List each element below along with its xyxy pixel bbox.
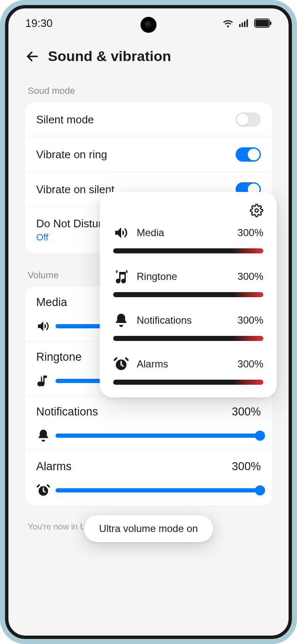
overlay-media-item: Media 300% bbox=[113, 225, 263, 253]
volume-alarms-percent: 300% bbox=[232, 460, 261, 473]
overlay-notifications-slider[interactable] bbox=[113, 336, 263, 341]
bell-icon bbox=[36, 428, 50, 443]
overlay-ringtone-item: Ringtone 300% bbox=[113, 269, 263, 297]
overlay-media-slider[interactable] bbox=[113, 248, 263, 253]
volume-notifications-row: Notifications 300% bbox=[25, 396, 272, 451]
overlay-ringtone-percent: 300% bbox=[238, 271, 263, 282]
section-label-sound-mode: Soud mode bbox=[28, 85, 269, 96]
dnd-label: Do Not Disturb bbox=[36, 217, 108, 230]
overlay-alarms-slider[interactable] bbox=[113, 380, 263, 385]
dnd-status: Off bbox=[36, 232, 108, 243]
overlay-notifications-item: Notifications 300% bbox=[113, 312, 263, 341]
vibrate-on-ring-row[interactable]: Vibrate on ring bbox=[25, 137, 272, 172]
silent-mode-row[interactable]: Silent mode bbox=[25, 102, 272, 137]
vibrate-on-ring-toggle[interactable] bbox=[236, 147, 261, 162]
overlay-media-percent: 300% bbox=[238, 227, 263, 239]
volume-alarms-row: Alarms 300% bbox=[25, 451, 272, 505]
volume-ringtone-label: Ringtone bbox=[36, 351, 82, 364]
speaker-icon bbox=[113, 225, 129, 241]
volume-alarms-slider[interactable] bbox=[56, 488, 261, 492]
overlay-notifications-label: Notifications bbox=[137, 314, 230, 326]
svg-rect-3 bbox=[247, 19, 248, 27]
volume-media-label: Media bbox=[36, 296, 67, 309]
volume-notifications-slider[interactable] bbox=[56, 434, 261, 438]
vibrate-on-ring-label: Vibrate on ring bbox=[36, 148, 107, 161]
volume-notifications-label: Notifications bbox=[36, 405, 98, 418]
svg-rect-2 bbox=[244, 21, 246, 27]
status-icons bbox=[222, 17, 272, 29]
svg-rect-5 bbox=[255, 20, 269, 27]
overlay-notifications-percent: 300% bbox=[238, 314, 263, 326]
camera-notch bbox=[141, 17, 156, 33]
svg-point-9 bbox=[255, 209, 258, 212]
page-title: Sound & vibration bbox=[48, 48, 171, 64]
signal-icon bbox=[238, 17, 250, 29]
svg-rect-0 bbox=[239, 24, 241, 27]
speaker-icon bbox=[36, 319, 50, 333]
overlay-alarms-item: Alarms 300% bbox=[113, 356, 263, 385]
silent-mode-toggle[interactable] bbox=[236, 112, 261, 127]
overlay-ringtone-slider[interactable] bbox=[113, 292, 263, 297]
overlay-alarms-label: Alarms bbox=[137, 358, 230, 370]
overlay-alarms-percent: 300% bbox=[238, 358, 263, 370]
toast: Ultra volume mode on bbox=[84, 515, 213, 542]
svg-rect-6 bbox=[270, 21, 271, 25]
wifi-icon bbox=[222, 17, 234, 29]
page-header: Sound & vibration bbox=[8, 38, 289, 85]
vibrate-on-silent-label: Vibrate on silent bbox=[36, 183, 114, 196]
svg-rect-1 bbox=[241, 23, 243, 27]
music-note-icon bbox=[36, 374, 50, 388]
gear-icon[interactable] bbox=[250, 204, 263, 217]
alarm-clock-icon bbox=[36, 483, 50, 498]
overlay-ringtone-label: Ringtone bbox=[137, 271, 230, 282]
back-arrow-icon[interactable] bbox=[25, 49, 40, 64]
music-note-vibrate-icon bbox=[113, 269, 129, 285]
battery-icon bbox=[254, 19, 272, 28]
status-time: 19:30 bbox=[25, 17, 53, 30]
silent-mode-label: Silent mode bbox=[36, 113, 94, 126]
volume-alarms-label: Alarms bbox=[36, 460, 72, 473]
volume-overlay-panel: Media 300% Ringtone 300% Notifications 3… bbox=[100, 192, 277, 397]
overlay-media-label: Media bbox=[137, 227, 230, 239]
volume-notifications-percent: 300% bbox=[232, 405, 261, 418]
screen: 19:30 Sound & vibration Soud mode Silent… bbox=[8, 8, 289, 636]
alarm-clock-icon bbox=[113, 356, 129, 372]
bell-icon bbox=[113, 312, 129, 328]
